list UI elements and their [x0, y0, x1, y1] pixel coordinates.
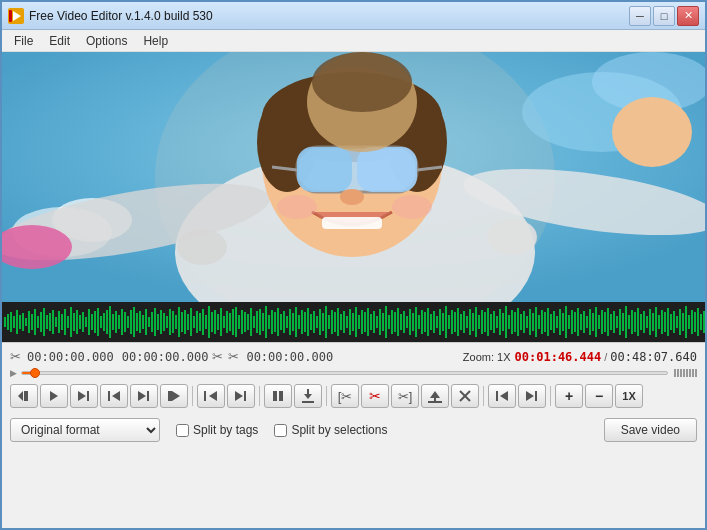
menu-help[interactable]: Help [135, 32, 176, 50]
video-frame [2, 52, 705, 302]
svg-point-19 [340, 189, 364, 205]
prev-segment-button[interactable] [488, 384, 516, 408]
svg-rect-87 [157, 314, 159, 330]
close-button[interactable]: ✕ [677, 6, 699, 26]
menu-options[interactable]: Options [78, 32, 135, 50]
svg-rect-129 [283, 311, 285, 333]
svg-rect-216 [544, 312, 546, 332]
svg-rect-46 [34, 309, 36, 335]
svg-rect-165 [391, 310, 393, 334]
svg-rect-269 [703, 311, 705, 333]
svg-rect-128 [280, 314, 282, 330]
delete-segment-button[interactable] [451, 384, 479, 408]
svg-rect-118 [250, 308, 252, 336]
svg-point-22 [392, 195, 432, 219]
cut-start-time: 00:00:00.000 [27, 350, 114, 364]
svg-rect-249 [643, 311, 645, 333]
goto-start-button[interactable] [10, 384, 38, 408]
svg-rect-255 [661, 310, 663, 334]
svg-rect-265 [691, 310, 693, 334]
svg-rect-89 [163, 313, 165, 331]
next-frame-button[interactable] [130, 384, 158, 408]
svg-rect-110 [226, 311, 228, 333]
svg-rect-246 [634, 312, 636, 332]
video-area [2, 52, 705, 302]
svg-rect-139 [313, 311, 315, 333]
svg-rect-237 [607, 308, 609, 336]
zoom-reset-button[interactable]: 1X [615, 384, 643, 408]
next-mark-button[interactable] [227, 384, 255, 408]
svg-rect-64 [88, 309, 90, 335]
zoom-in-button[interactable]: + [555, 384, 583, 408]
menu-file[interactable]: File [6, 32, 41, 50]
cut-start-button[interactable]: [✂ [331, 384, 359, 408]
format-select[interactable]: Original format MP4 AVI MKV MOV [10, 418, 160, 442]
svg-rect-123 [265, 306, 267, 338]
svg-rect-79 [133, 307, 135, 337]
cut-end-button[interactable]: ✂] [391, 384, 419, 408]
svg-rect-192 [472, 313, 474, 331]
prev-mark-button[interactable] [197, 384, 225, 408]
svg-rect-161 [379, 309, 381, 335]
svg-rect-77 [127, 316, 129, 328]
cut-start-icon: ✂ [10, 349, 21, 364]
svg-rect-203 [505, 306, 507, 338]
svg-rect-143 [325, 306, 327, 338]
total-time: 00:48:07.640 [610, 350, 697, 364]
download-button[interactable] [294, 384, 322, 408]
goto-end-button[interactable] [160, 384, 188, 408]
maximize-button[interactable]: □ [653, 6, 675, 26]
split-by-selections-checkbox[interactable] [274, 424, 287, 437]
tick7 [692, 369, 694, 377]
waveform-display: // This won't run in SVG context, genera… [2, 302, 705, 342]
svg-rect-155 [361, 310, 363, 334]
export-segment-button[interactable] [421, 384, 449, 408]
play-button[interactable] [40, 384, 68, 408]
svg-rect-144 [328, 315, 330, 329]
svg-rect-57 [67, 316, 69, 328]
save-video-button[interactable]: Save video [604, 418, 697, 442]
svg-rect-120 [256, 311, 258, 333]
svg-rect-210 [526, 316, 528, 328]
svg-rect-206 [514, 312, 516, 332]
scissors-button[interactable]: ✂ [361, 384, 389, 408]
svg-rect-65 [91, 314, 93, 330]
svg-rect-170 [406, 316, 408, 328]
svg-rect-240 [616, 316, 618, 328]
svg-rect-294 [434, 395, 436, 401]
pause-button[interactable] [264, 384, 292, 408]
svg-rect-186 [454, 312, 456, 332]
svg-rect-119 [253, 316, 255, 328]
svg-marker-275 [78, 391, 86, 401]
svg-rect-194 [478, 315, 480, 329]
play-to-end-button[interactable] [70, 384, 98, 408]
menu-bar: File Edit Options Help www.dvdvideosoft.… [2, 30, 705, 52]
waveform-bar[interactable]: // This won't run in SVG context, genera… [2, 302, 705, 342]
separator2 [259, 386, 260, 406]
svg-rect-85 [151, 312, 153, 332]
svg-rect-88 [160, 310, 162, 334]
svg-rect-50 [46, 315, 48, 329]
svg-rect-183 [445, 306, 447, 338]
split-by-tags-checkbox[interactable] [176, 424, 189, 437]
title-bar: Free Video Editor v.1.4.0 build 530 ─ □ … [2, 2, 705, 30]
svg-rect-231 [589, 309, 591, 335]
svg-rect-126 [274, 312, 276, 332]
separator1 [192, 386, 193, 406]
svg-rect-75 [121, 309, 123, 335]
svg-rect-277 [108, 391, 110, 401]
svg-rect-92 [172, 311, 174, 333]
timeline-slider[interactable] [21, 371, 668, 375]
svg-rect-241 [619, 309, 621, 335]
next-segment-button[interactable] [518, 384, 546, 408]
svg-rect-217 [547, 308, 549, 336]
svg-rect-103 [205, 315, 207, 329]
prev-frame-button[interactable] [100, 384, 128, 408]
svg-marker-279 [138, 391, 146, 401]
svg-point-24 [312, 52, 412, 112]
minimize-button[interactable]: ─ [629, 6, 651, 26]
zoom-out-button[interactable]: − [585, 384, 613, 408]
menu-edit[interactable]: Edit [41, 32, 78, 50]
svg-rect-224 [568, 315, 570, 329]
cut-end-icon: ✂ [212, 349, 223, 364]
